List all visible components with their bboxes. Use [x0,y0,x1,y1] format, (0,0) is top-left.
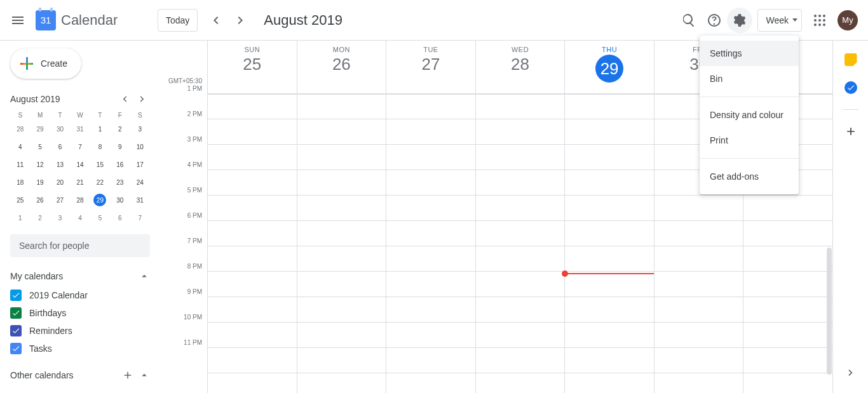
time-cell[interactable] [476,348,566,373]
mini-day-cell[interactable]: 5 [90,210,110,225]
time-cell[interactable] [565,272,654,296]
time-cell[interactable] [208,221,297,246]
calendar-item[interactable]: Birthdays [10,304,150,322]
time-cell[interactable] [297,297,387,322]
time-cell[interactable] [743,246,832,271]
time-row[interactable] [208,297,832,323]
time-cell[interactable] [565,145,654,170]
mini-day-cell[interactable]: 13 [50,157,70,172]
time-cell[interactable] [476,272,566,296]
time-row[interactable] [208,323,832,348]
mini-day-cell[interactable]: 30 [50,121,70,137]
time-cell[interactable] [654,196,744,220]
time-cell[interactable] [297,246,387,271]
time-cell[interactable] [476,246,566,271]
time-cell[interactable] [476,323,566,347]
time-cell[interactable] [386,145,476,170]
time-cell[interactable] [297,272,387,296]
time-cell[interactable] [476,119,566,144]
time-cell[interactable] [654,221,744,246]
time-row[interactable] [208,221,832,246]
time-cell[interactable] [208,323,297,347]
mini-day-cell[interactable]: 28 [10,121,30,137]
time-cell[interactable] [386,221,476,246]
time-cell[interactable] [208,170,297,195]
time-cell[interactable] [743,297,832,322]
mini-day-cell[interactable]: 24 [130,175,150,190]
mini-day-cell[interactable]: 12 [30,157,50,172]
time-cell[interactable] [208,95,297,119]
time-cell[interactable] [297,95,387,119]
mini-day-cell[interactable]: 21 [70,175,90,190]
time-cell[interactable] [565,348,654,373]
checkbox-icon[interactable] [10,290,22,301]
menu-item-settings[interactable]: Settings [700,41,799,66]
mini-day-cell[interactable]: 8 [90,139,110,154]
mini-day-cell[interactable]: 25 [10,192,30,208]
mini-day-cell[interactable]: 27 [50,192,70,208]
other-calendars-toggle[interactable]: Other calendars [10,365,150,385]
mini-day-cell[interactable]: 19 [30,175,50,190]
time-cell[interactable] [297,373,387,393]
mini-day-cell[interactable]: 2 [30,210,50,225]
day-header[interactable]: SUN25 [208,41,297,93]
mini-day-cell[interactable]: 18 [10,175,30,190]
hide-side-panel-button[interactable] [841,363,861,383]
time-cell[interactable] [565,297,654,322]
time-cell[interactable] [208,145,297,170]
time-cell[interactable] [297,323,387,347]
settings-button[interactable] [727,8,752,33]
time-cell[interactable] [565,221,654,246]
mini-day-cell[interactable]: 20 [50,175,70,190]
scrollbar[interactable] [827,248,832,375]
time-cell[interactable] [386,272,476,296]
time-cell[interactable] [743,348,832,373]
time-row[interactable] [208,272,832,297]
time-cell[interactable] [386,95,476,119]
plus-icon[interactable] [122,370,133,381]
mini-day-cell[interactable]: 30 [110,192,130,208]
prev-period-button[interactable] [203,8,228,33]
time-row[interactable] [208,196,832,221]
mini-day-cell[interactable]: 28 [70,192,90,208]
time-cell[interactable] [743,373,832,393]
mini-day-cell[interactable]: 23 [110,175,130,190]
mini-day-cell[interactable]: 5 [30,139,50,154]
time-cell[interactable] [476,170,566,195]
menu-item-density[interactable]: Density and colour [700,102,799,128]
mini-day-cell[interactable]: 26 [30,192,50,208]
time-cell[interactable] [297,170,387,195]
time-cell[interactable] [565,323,654,347]
time-cell[interactable] [386,348,476,373]
keep-addon-button[interactable] [844,53,857,66]
mini-day-cell[interactable]: 11 [10,157,30,172]
menu-item-addons[interactable]: Get add-ons [700,164,799,189]
time-cell[interactable] [565,119,654,144]
day-header[interactable]: TUE27 [386,41,476,93]
mini-day-cell[interactable]: 7 [70,139,90,154]
time-cell[interactable] [297,221,387,246]
time-cell[interactable] [476,373,566,393]
time-cell[interactable] [654,373,744,393]
time-cell[interactable] [565,246,654,271]
time-cell[interactable] [565,196,654,220]
time-cell[interactable] [743,272,832,296]
mini-day-cell[interactable]: 16 [110,157,130,172]
time-cell[interactable] [476,297,566,322]
time-cell[interactable] [476,221,566,246]
time-row[interactable] [208,373,832,393]
time-cell[interactable] [743,323,832,347]
time-row[interactable] [208,246,832,272]
time-cell[interactable] [208,119,297,144]
mini-day-cell[interactable]: 10 [130,139,150,154]
calendar-item[interactable]: 2019 Calendar [10,286,150,304]
my-calendars-toggle[interactable]: My calendars [10,266,150,286]
tasks-addon-button[interactable] [844,81,857,94]
checkbox-icon[interactable] [10,307,22,319]
mini-day-cell[interactable]: 17 [130,157,150,172]
create-button[interactable]: Create [10,48,81,79]
mini-prev-button[interactable] [117,91,132,107]
time-cell[interactable] [565,170,654,195]
time-cell[interactable] [476,196,566,220]
mini-day-cell[interactable]: 4 [10,139,30,154]
